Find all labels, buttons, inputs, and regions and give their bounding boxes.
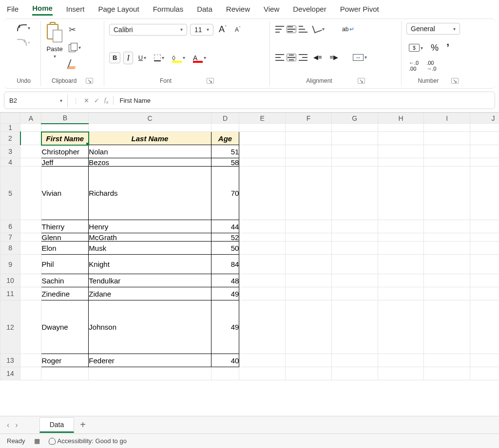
number-launcher[interactable]: ↘ [451, 78, 459, 84]
increase-indent-button[interactable]: ≡▶ [327, 52, 341, 62]
cell-I5[interactable] [424, 167, 470, 220]
cell-C13[interactable]: Federer [89, 354, 211, 367]
col-header-B[interactable]: B [41, 113, 89, 124]
tab-developer[interactable]: Developer [293, 5, 326, 15]
cell-A8[interactable] [20, 242, 41, 255]
cell-D7[interactable]: 52 [211, 233, 239, 242]
cell-I10[interactable] [424, 274, 470, 287]
cell-H1[interactable] [378, 124, 424, 132]
cell-F8[interactable] [286, 242, 332, 255]
comma-style-button[interactable] [444, 40, 452, 56]
cell-G2[interactable] [331, 132, 378, 145]
add-sheet-button[interactable]: + [80, 419, 86, 430]
cell-G7[interactable] [331, 233, 378, 242]
cell-D3[interactable]: 51 [211, 145, 239, 158]
cell-H9[interactable] [378, 255, 424, 274]
cell-B13[interactable]: Roger [41, 354, 89, 367]
cell-A1[interactable] [20, 124, 41, 132]
cell-H3[interactable] [378, 145, 424, 158]
row-header-13[interactable]: 13 [0, 354, 20, 367]
cell-E8[interactable] [239, 242, 286, 255]
cell-F4[interactable] [286, 158, 332, 167]
cell-D6[interactable]: 44 [211, 220, 239, 233]
cell-H7[interactable] [378, 233, 424, 242]
cell-B12[interactable]: Dwayne [41, 300, 89, 354]
align-bottom-button[interactable] [298, 25, 308, 33]
align-middle-button[interactable] [287, 25, 296, 33]
sheet-tab-data[interactable]: Data [39, 417, 75, 433]
cell-B9[interactable]: Phil [41, 255, 89, 274]
orientation-button[interactable]: ▾ [311, 23, 327, 35]
cell-H8[interactable] [378, 242, 424, 255]
cell-J2[interactable] [470, 132, 499, 145]
decrease-decimal-button[interactable]: .00→.0 [424, 58, 439, 73]
clipboard-launcher[interactable]: ↘ [86, 78, 93, 84]
cell-B5[interactable]: Vivian [41, 167, 89, 220]
cell-F11[interactable] [286, 287, 332, 300]
tab-formulas[interactable]: Formulas [153, 5, 184, 15]
cell-J4[interactable] [470, 158, 499, 167]
cell-F6[interactable] [286, 220, 332, 233]
cell-B7[interactable]: Glenn [41, 233, 89, 242]
cell-I6[interactable] [424, 220, 470, 233]
cell-E9[interactable] [239, 255, 286, 274]
cell-I14[interactable] [424, 367, 470, 380]
cell-A12[interactable] [20, 300, 41, 354]
row-header-7[interactable]: 7 [0, 233, 20, 242]
row-header-8[interactable]: 8 [0, 242, 20, 255]
cell-G6[interactable] [331, 220, 378, 233]
cell-J8[interactable] [470, 242, 499, 255]
cell-F12[interactable] [286, 300, 332, 354]
cell-H11[interactable] [378, 287, 424, 300]
fx-icon[interactable]: fx [104, 96, 108, 105]
cell-G13[interactable] [331, 354, 378, 367]
cell-J6[interactable] [470, 220, 499, 233]
cell-C14[interactable] [89, 367, 211, 380]
bold-button[interactable]: B [109, 52, 120, 63]
paste-button[interactable]: Paste ▾ [46, 23, 63, 59]
align-left-button[interactable] [275, 54, 285, 61]
cell-A6[interactable] [20, 220, 41, 233]
col-header-A[interactable]: A [20, 113, 41, 124]
align-right-button[interactable] [298, 54, 308, 61]
cell-I2[interactable] [424, 132, 470, 145]
cell-D12[interactable]: 49 [211, 300, 239, 354]
cell-F1[interactable] [286, 124, 332, 132]
row-header-9[interactable]: 9 [0, 255, 20, 274]
cell-D10[interactable]: 48 [211, 274, 239, 287]
col-header-H[interactable]: H [378, 113, 424, 124]
cell-H5[interactable] [378, 167, 424, 220]
cell-G1[interactable] [331, 124, 378, 132]
row-header-2[interactable]: 2 [0, 132, 20, 145]
tab-view[interactable]: View [264, 5, 279, 15]
cell-I12[interactable] [424, 300, 470, 354]
cut-button[interactable] [66, 23, 78, 37]
cell-A10[interactable] [20, 274, 41, 287]
cell-G14[interactable] [331, 367, 378, 380]
tab-file[interactable]: File [7, 5, 19, 15]
number-format-select[interactable]: General▾ [406, 23, 460, 35]
cell-H6[interactable] [378, 220, 424, 233]
cell-E3[interactable] [239, 145, 286, 158]
cell-E14[interactable] [239, 367, 286, 380]
cell-A13[interactable] [20, 354, 41, 367]
cell-E10[interactable] [239, 274, 286, 287]
cell-F5[interactable] [286, 167, 332, 220]
cell-E4[interactable] [239, 158, 286, 167]
underline-button[interactable]: U▾ [136, 53, 149, 63]
cell-J3[interactable] [470, 145, 499, 158]
cell-C3[interactable]: Nolan [89, 145, 211, 158]
cell-C8[interactable]: Musk [89, 242, 211, 255]
cell-D14[interactable] [211, 367, 239, 380]
cell-E13[interactable] [239, 354, 286, 367]
tab-insert[interactable]: Insert [66, 5, 85, 15]
cell-E6[interactable] [239, 220, 286, 233]
cell-E12[interactable] [239, 300, 286, 354]
decrease-indent-button[interactable]: ◀≡ [311, 52, 325, 62]
cell-J12[interactable] [470, 300, 499, 354]
cell-A14[interactable] [20, 367, 41, 380]
increase-decimal-button[interactable]: ←.0.00 [406, 58, 421, 73]
cell-D8[interactable]: 50 [211, 242, 239, 255]
cell-G3[interactable] [331, 145, 378, 158]
undo-button[interactable]: ▾ [15, 23, 33, 33]
